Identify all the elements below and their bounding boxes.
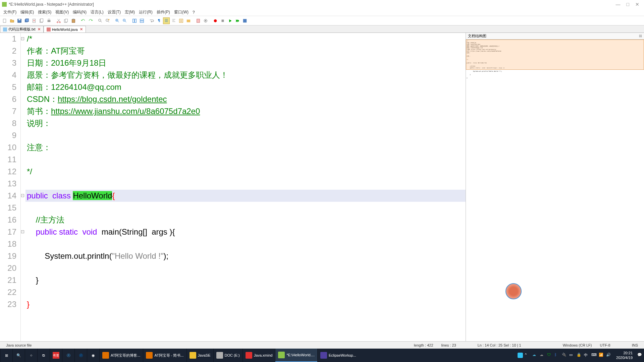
taskbar-app-ie[interactable]: ⓔ xyxy=(62,349,74,362)
code-line[interactable]: 愿景：参考官方资料，做最好的课程，成就更多职业人！ xyxy=(25,69,466,81)
code-line[interactable]: 作者：AT阿宝哥 xyxy=(25,45,466,57)
stop-macro-icon[interactable] xyxy=(219,17,226,24)
play-macro-icon[interactable] xyxy=(227,17,233,24)
doc-list-icon[interactable] xyxy=(202,17,209,24)
tray-display-icon[interactable]: ▭ xyxy=(569,353,575,358)
menu-item[interactable]: 编辑(E) xyxy=(18,9,36,16)
folder-tree-icon[interactable] xyxy=(185,17,192,24)
sync-v-icon[interactable] xyxy=(131,17,138,24)
new-file-icon[interactable] xyxy=(1,17,8,24)
minimize-button[interactable]: — xyxy=(616,2,621,7)
menu-item[interactable]: 插件(P) xyxy=(155,9,172,16)
close-file-icon[interactable] xyxy=(31,17,38,24)
zoom-out-icon[interactable] xyxy=(121,17,128,24)
tray-qq-icon[interactable] xyxy=(518,353,523,358)
code-area[interactable]: /*作者：AT阿宝哥日期：2016年9月18日愿景：参考官方资料，做最好的课程，… xyxy=(25,33,466,341)
redo-icon[interactable] xyxy=(87,17,94,24)
menu-item[interactable]: 窗口(W) xyxy=(172,9,191,16)
notification-icon[interactable]: 💬 xyxy=(637,353,643,358)
file-tab[interactable]: 代码注释模版.txt✕ xyxy=(0,26,44,33)
code-line[interactable]: public class HelloWorld{ xyxy=(25,190,466,202)
taskbar-app-youdao[interactable]: 有道 xyxy=(50,349,62,362)
code-line[interactable] xyxy=(25,178,466,190)
system-tray[interactable]: ^ ☁ ☁ 🛡 ᛒ 🔌 ▭ 🔒 中 ⌨ 📶 🔊 20:21 2020/4/19 … xyxy=(518,351,644,360)
indent-guide-icon[interactable] xyxy=(163,17,170,24)
close-all-icon[interactable] xyxy=(38,17,45,24)
document-map-body[interactable]: /* 作者：AT阿宝哥 日期：2016年9月18日 愿景：参考官方资料，做最好的… xyxy=(466,40,644,341)
file-tab[interactable]: HelloWorld.java✕ xyxy=(44,26,86,33)
record-macro-icon[interactable] xyxy=(212,17,219,24)
tray-keyboard-icon[interactable]: ⌨ xyxy=(591,353,597,358)
doc-map-icon[interactable] xyxy=(195,17,202,24)
taskbar-app[interactable]: AT阿宝哥的博客... xyxy=(99,349,143,362)
tray-bluetooth-icon[interactable]: ᛒ xyxy=(554,353,560,358)
close-button[interactable]: ✕ xyxy=(635,2,639,7)
save-icon[interactable] xyxy=(16,17,23,24)
code-line[interactable]: 说明： xyxy=(25,117,466,129)
tray-onedrive-icon[interactable]: ☁ xyxy=(540,353,545,358)
code-line[interactable]: System.out.println("Hello World !"); xyxy=(25,250,466,262)
fold-toggle-icon[interactable]: − xyxy=(21,37,24,40)
menu-item[interactable]: 运行(R) xyxy=(137,9,155,16)
fold-column[interactable]: −−− xyxy=(21,33,25,341)
tray-volume-icon[interactable]: 🔊 xyxy=(606,353,611,358)
code-line[interactable]: } xyxy=(25,298,466,310)
code-line[interactable]: 简书：https://www.jianshu.com/u/8a6075d7a2e… xyxy=(25,105,466,117)
code-line[interactable] xyxy=(25,202,466,214)
wordwrap-icon[interactable] xyxy=(148,17,155,24)
menu-item[interactable]: 设置(T) xyxy=(106,9,123,16)
code-line[interactable]: CSDN：https://blog.csdn.net/goldentec xyxy=(25,93,466,105)
code-line[interactable]: 邮箱：12264104@qq.com xyxy=(25,81,466,93)
menu-item[interactable]: 编码(N) xyxy=(71,9,89,16)
tray-cloud-icon[interactable]: ☁ xyxy=(532,353,538,358)
save-macro-icon[interactable] xyxy=(241,17,248,24)
minimap-viewport[interactable] xyxy=(466,40,644,70)
code-line[interactable] xyxy=(25,154,466,166)
floating-avatar[interactable] xyxy=(505,283,522,299)
fold-toggle-icon[interactable]: − xyxy=(21,230,24,233)
cortana-button[interactable]: ○ xyxy=(25,349,37,362)
code-line[interactable]: 注意： xyxy=(25,141,466,154)
code-line[interactable]: //主方法 xyxy=(25,214,466,226)
menu-item[interactable]: 宏(M) xyxy=(123,9,137,16)
code-line[interactable]: */ xyxy=(25,166,466,178)
code-line[interactable] xyxy=(25,238,466,250)
tray-up-icon[interactable]: ^ xyxy=(525,353,530,358)
menu-item[interactable]: 文件(F) xyxy=(1,9,18,16)
start-button[interactable]: ⊞ xyxy=(0,349,12,362)
paste-icon[interactable] xyxy=(70,17,77,24)
taskbar-app[interactable]: EclipseWorksp... xyxy=(317,349,359,362)
taskbar-app[interactable]: Java.xmind xyxy=(243,349,275,362)
code-line[interactable]: public static void main(String[] args ){ xyxy=(25,226,466,238)
tray-wifi-icon[interactable]: 📶 xyxy=(599,353,604,358)
code-editor[interactable]: 1234567891011121314151617181920212223 −−… xyxy=(0,33,466,341)
lang-udl-icon[interactable] xyxy=(170,17,177,24)
fold-toggle-icon[interactable]: − xyxy=(21,194,24,197)
save-all-icon[interactable] xyxy=(23,17,30,24)
find-icon[interactable] xyxy=(97,17,104,24)
taskbar-app-edge[interactable]: ⓔ xyxy=(74,349,87,362)
sync-h-icon[interactable] xyxy=(139,17,145,24)
undo-icon[interactable] xyxy=(80,17,87,24)
code-line[interactable]: /* xyxy=(25,33,466,45)
menu-item[interactable]: ? xyxy=(191,9,197,15)
taskbar-app-chrome[interactable]: ◉ xyxy=(87,349,99,362)
tray-defender-icon[interactable]: 🛡 xyxy=(547,353,552,358)
menu-item[interactable]: 视图(V) xyxy=(53,9,71,16)
docmap-close-icon[interactable]: ☒ xyxy=(639,34,642,38)
menu-item[interactable]: 语言(L) xyxy=(89,9,106,16)
function-list-icon[interactable] xyxy=(178,17,184,24)
tray-lock-icon[interactable]: 🔒 xyxy=(577,353,582,358)
print-icon[interactable] xyxy=(46,17,52,24)
open-file-icon[interactable] xyxy=(9,17,15,24)
taskbar-app[interactable]: DOC (E:) xyxy=(213,349,243,362)
taskbar-clock[interactable]: 20:21 2020/4/19 xyxy=(613,351,635,360)
taskbar-app[interactable]: *E:\HelloWorld.... xyxy=(275,349,317,362)
code-line[interactable] xyxy=(25,286,466,298)
replace-icon[interactable] xyxy=(104,17,111,24)
code-line[interactable]: 日期：2016年9月18日 xyxy=(25,57,466,69)
code-line[interactable]: } xyxy=(25,274,466,286)
menu-item[interactable]: 搜索(S) xyxy=(36,9,53,16)
zoom-in-icon[interactable] xyxy=(114,17,121,24)
code-line[interactable] xyxy=(25,129,466,141)
